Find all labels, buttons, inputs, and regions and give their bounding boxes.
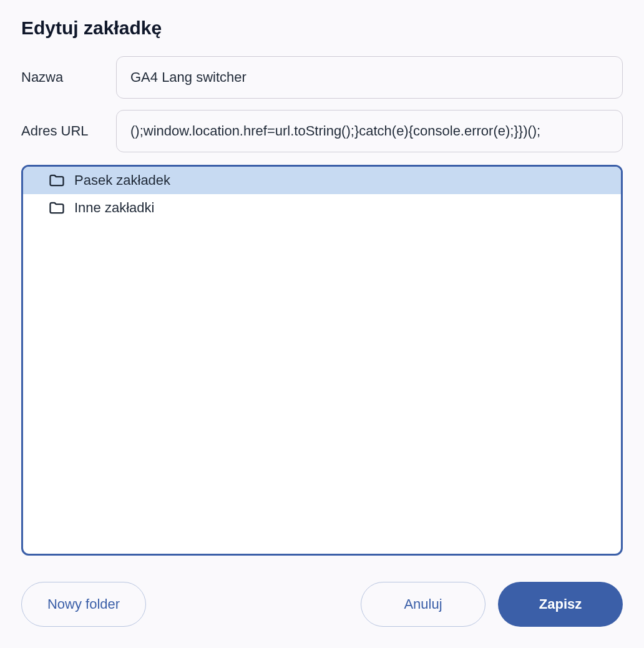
url-label: Adres URL: [21, 123, 116, 139]
dialog-title: Edytuj zakładkę: [21, 17, 623, 39]
name-input[interactable]: [116, 56, 623, 99]
url-field-row: Adres URL: [21, 110, 623, 152]
save-button[interactable]: Zapisz: [498, 582, 623, 627]
name-field-row: Nazwa: [21, 56, 623, 99]
cancel-button[interactable]: Anuluj: [361, 582, 485, 627]
name-label: Nazwa: [21, 69, 116, 86]
folder-icon: [48, 199, 66, 217]
url-input[interactable]: [116, 110, 623, 152]
dialog-actions-right: Anuluj Zapisz: [361, 582, 623, 627]
folder-item-bookmarks-bar[interactable]: Pasek zakładek: [23, 167, 621, 194]
dialog-actions: Nowy folder Anuluj Zapisz: [21, 582, 623, 627]
folder-item-other-bookmarks[interactable]: Inne zakładki: [23, 194, 621, 222]
folder-tree[interactable]: Pasek zakładek Inne zakładki: [21, 165, 623, 556]
new-folder-button[interactable]: Nowy folder: [21, 582, 146, 627]
folder-icon: [48, 172, 66, 189]
folder-item-label: Pasek zakładek: [74, 172, 170, 189]
folder-item-label: Inne zakładki: [74, 200, 154, 216]
